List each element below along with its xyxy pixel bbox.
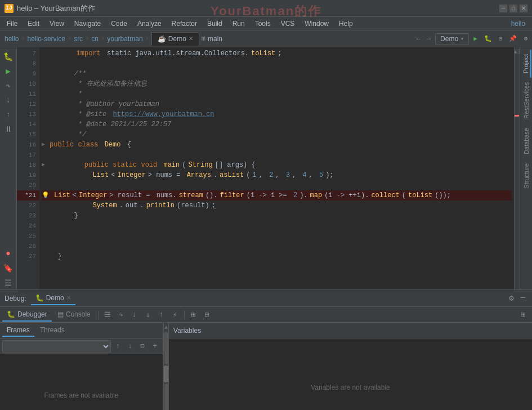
line-num-12: 12	[17, 99, 39, 109]
run-to-cursor-button[interactable]: ⚡	[169, 309, 181, 321]
menu-file[interactable]: File	[2, 19, 22, 29]
run-button-tab[interactable]: ▶	[471, 34, 480, 43]
threads-tab[interactable]: Threads	[35, 324, 69, 337]
step-into-button[interactable]: ↓	[128, 309, 141, 321]
debug-button-tab[interactable]: 🐛	[482, 34, 494, 43]
frames-dropdown[interactable]	[2, 340, 111, 353]
breadcrumb-yourbatman[interactable]: yourbatman	[105, 35, 145, 43]
force-step-into-button[interactable]: ⇓	[142, 309, 154, 321]
tab-close-icon[interactable]: ✕	[189, 35, 193, 42]
line-num-20: 20	[17, 180, 39, 190]
menu-code[interactable]: Code	[106, 19, 132, 29]
right-tab-structure[interactable]: Structure	[522, 159, 531, 193]
scroll-up-button[interactable]: ▲	[164, 325, 168, 331]
frame-down-button[interactable]: ↓	[124, 341, 136, 352]
menu-run[interactable]: Run	[228, 19, 249, 29]
menu-edit[interactable]: Edit	[23, 19, 44, 29]
code-line-11: *	[42, 89, 512, 99]
breadcrumb-service[interactable]: hello-service	[25, 35, 68, 43]
step-into-icon[interactable]: ↓	[2, 93, 15, 107]
fold-arrow-16[interactable]: ▶	[42, 140, 45, 150]
settings-button-tab[interactable]: ⚙	[521, 34, 530, 43]
menu-window[interactable]: Window	[300, 19, 333, 29]
debug-session-close[interactable]: ✕	[66, 295, 71, 301]
step-out-button[interactable]: ↑	[155, 309, 168, 321]
scroll-handle[interactable]	[164, 366, 168, 382]
menu-analyze[interactable]: Analyze	[133, 19, 166, 29]
menu-help[interactable]: Help	[334, 19, 357, 29]
step-out-icon[interactable]: ↑	[2, 108, 15, 122]
right-tab-database[interactable]: Database	[522, 123, 531, 159]
right-tab-restservices[interactable]: RestServices	[522, 78, 531, 123]
breadcrumb-cn[interactable]: cn	[89, 35, 101, 43]
menu-vcs[interactable]: VCS	[276, 19, 299, 29]
code-line-15: */	[42, 130, 512, 140]
window-controls[interactable]: ─ □ ✕	[499, 5, 527, 12]
breakpoint-icon[interactable]: ●	[2, 247, 15, 260]
frame-up-button[interactable]: ↑	[112, 341, 123, 352]
frame-filter-button[interactable]: ⊟	[137, 341, 148, 352]
file-tab-label: Demo	[168, 35, 186, 43]
nav-back-button[interactable]: ←	[414, 34, 423, 43]
menu-view[interactable]: View	[45, 19, 69, 29]
code-line-19: List<Integer> nums = Arrays.asList(1, 2,…	[42, 170, 512, 180]
dropdown-arrow-icon: ▾	[461, 35, 464, 42]
debug-session-label: Demo	[46, 294, 64, 302]
debug-header: Debug: 🐛 Demo ✕ ⚙ ─	[0, 290, 532, 307]
evaluate-button[interactable]: ⊞	[187, 309, 200, 321]
console-tab[interactable]: ▤ Console	[53, 308, 95, 322]
pause-icon[interactable]: ⏸	[2, 123, 15, 136]
watches-button[interactable]: ⊟	[201, 309, 213, 321]
code-line-26	[42, 241, 512, 251]
method-label: main	[208, 35, 222, 43]
editor-area[interactable]: 7 8 9 10 11 12 13 14 15 16 17 18 19 20 *…	[17, 47, 520, 289]
run-config-dropdown[interactable]: Demo ▾	[435, 33, 469, 44]
line-num-7: 7	[17, 48, 39, 59]
todo-icon[interactable]: ☰	[2, 276, 15, 289]
scroll-track-bottom[interactable]	[164, 384, 168, 411]
code-line-22: System.out.println(result);	[42, 200, 512, 211]
debug-tab-demo[interactable]: 🐛 Demo ✕	[31, 292, 75, 305]
file-tab-demo[interactable]: ☕ Demo ✕	[151, 32, 199, 46]
menu-refactor[interactable]: Refactor	[167, 19, 202, 29]
step-over-icon[interactable]: ↷	[2, 79, 15, 92]
breadcrumb-src[interactable]: src	[71, 35, 85, 43]
layout-button[interactable]: ⊟	[497, 34, 505, 43]
vertical-scrollbar[interactable]: ▲ ▼ ☰	[163, 323, 169, 410]
breadcrumb-hello[interactable]: hello	[2, 35, 21, 43]
scroll-track[interactable]	[164, 332, 168, 364]
menu-greeting[interactable]: hello	[507, 19, 530, 29]
maximize-button[interactable]: □	[509, 5, 517, 12]
menu-tools[interactable]: Tools	[251, 19, 275, 29]
debug-panel: Debug: 🐛 Demo ✕ ⚙ ─ 🐛 Debugger ▤ Console…	[0, 289, 532, 410]
fold-arrow-18[interactable]: ▶	[42, 160, 45, 170]
debug-icon[interactable]: 🐛	[2, 50, 15, 63]
menu-build[interactable]: Build	[203, 19, 227, 29]
frames-tab[interactable]: Frames	[2, 324, 34, 337]
close-button[interactable]: ✕	[520, 5, 527, 12]
debugger-tab[interactable]: 🐛 Debugger	[2, 308, 52, 322]
code-line-21: 💡 List<Integer> result = nums.stream().f…	[42, 190, 512, 200]
editor-scrollbar[interactable]: ▲3	[514, 47, 520, 289]
step-over-button[interactable]: ↷	[115, 309, 127, 321]
method-icon: m	[199, 35, 208, 43]
code-line-7: import static java.util.stream.Collector…	[42, 48, 512, 59]
right-sidebar: Project RestServices Database Structure	[520, 47, 532, 289]
code-content[interactable]: import static java.util.stream.Collector…	[39, 47, 514, 289]
debug-layout-button[interactable]: ⊞	[517, 309, 530, 321]
minimize-button[interactable]: ─	[499, 5, 507, 12]
run-icon[interactable]: ▶	[2, 64, 15, 78]
nav-forward-button[interactable]: →	[424, 34, 433, 43]
pin-button[interactable]: 📌	[507, 34, 519, 43]
line-num-8: 8	[17, 59, 39, 69]
tab-right-actions: ← → Demo ▾ ▶ 🐛 ⊟ 📌 ⚙	[414, 33, 530, 44]
toolbar-sep-2	[184, 310, 185, 319]
right-tab-project[interactable]: Project	[521, 50, 531, 78]
menu-navigate[interactable]: Navigate	[70, 19, 105, 29]
resume-button[interactable]: ☰	[101, 309, 114, 321]
toolbar-sep-1	[98, 310, 99, 319]
debug-minimize-button[interactable]: ─	[518, 292, 527, 304]
bookmark-icon[interactable]: 🔖	[2, 261, 15, 275]
debug-settings-button[interactable]: ⚙	[507, 292, 516, 304]
frame-add-button[interactable]: +	[149, 341, 160, 352]
